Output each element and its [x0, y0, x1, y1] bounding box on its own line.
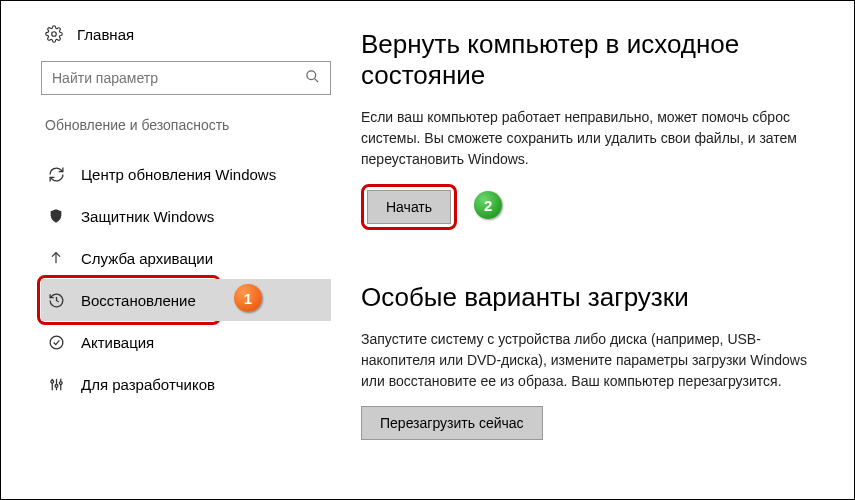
- gear-icon: [45, 25, 63, 43]
- tools-icon: [47, 376, 65, 393]
- reset-heading: Вернуть компьютер в исходное состояние: [361, 29, 824, 91]
- main-content: Вернуть компьютер в исходное состояние Е…: [341, 1, 854, 499]
- search-icon: [305, 69, 320, 87]
- svg-point-8: [50, 380, 53, 383]
- svg-point-10: [59, 381, 62, 384]
- sidebar-item-recovery[interactable]: Восстановление: [41, 279, 331, 321]
- annotation-badge-2: 2: [474, 191, 502, 219]
- nav-label: Центр обновления Windows: [81, 166, 276, 183]
- home-label: Главная: [77, 26, 134, 43]
- shield-icon: [47, 208, 65, 224]
- nav-label: Для разработчиков: [81, 376, 215, 393]
- svg-point-9: [55, 384, 58, 387]
- svg-point-0: [52, 32, 57, 37]
- annotation-badge-1: 1: [234, 284, 262, 312]
- nav-label: Восстановление: [81, 292, 196, 309]
- upload-icon: [47, 250, 65, 266]
- check-circle-icon: [47, 334, 65, 351]
- annotation-highlight-2: Начать 2: [361, 184, 457, 230]
- section-title: Обновление и безопасность: [41, 117, 341, 133]
- sync-icon: [47, 166, 65, 183]
- annotation-highlight-1: Восстановление 1: [37, 275, 221, 325]
- search-input[interactable]: [41, 61, 331, 95]
- nav-label: Служба архивации: [81, 250, 213, 267]
- restart-now-button[interactable]: Перезагрузить сейчас: [361, 406, 543, 440]
- advanced-heading: Особые варианты загрузки: [361, 282, 824, 313]
- sidebar-item-backup[interactable]: Служба архивации: [41, 237, 331, 279]
- sidebar-item-activation[interactable]: Активация: [41, 321, 331, 363]
- reset-description: Если ваш компьютер работает неправильно,…: [361, 107, 824, 170]
- nav-label: Активация: [81, 334, 154, 351]
- nav-label: Защитник Windows: [81, 208, 214, 225]
- svg-point-1: [307, 71, 316, 80]
- sidebar-item-windows-update[interactable]: Центр обновления Windows: [41, 153, 331, 195]
- reset-start-button[interactable]: Начать: [367, 190, 451, 224]
- sidebar-item-defender[interactable]: Защитник Windows: [41, 195, 331, 237]
- search-field[interactable]: [52, 70, 305, 86]
- advanced-description: Запустите систему с устройства либо диск…: [361, 329, 824, 392]
- svg-point-4: [50, 336, 63, 349]
- home-nav[interactable]: Главная: [41, 25, 341, 43]
- settings-sidebar: Главная Обновление и безопасность Центр …: [1, 1, 341, 499]
- sidebar-item-developers[interactable]: Для разработчиков: [41, 363, 331, 405]
- svg-line-2: [314, 78, 318, 82]
- history-icon: [47, 292, 65, 309]
